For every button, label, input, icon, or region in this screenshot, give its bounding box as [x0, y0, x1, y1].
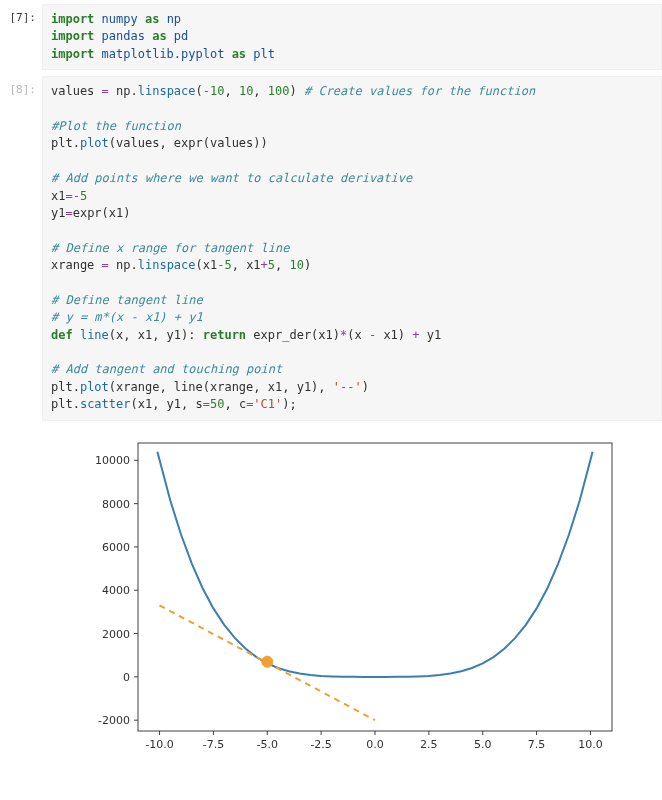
code-token: (x1 [196, 258, 218, 272]
x-tick-label: -10.0 [145, 738, 173, 751]
code-token: plt [51, 136, 73, 150]
code-token: # Define tangent line [51, 293, 203, 307]
code-token: '--' [333, 380, 362, 394]
code-token: # Create values for the function [304, 84, 535, 98]
code-token: # y = m*(x - x1) + y1 [51, 310, 203, 324]
code-token: plt [51, 380, 73, 394]
code-token: , c [224, 397, 246, 411]
code-token: + [261, 258, 268, 272]
cell-7-prompt: [7]: [0, 4, 42, 70]
code-token: = [102, 258, 109, 272]
code-token: (x [347, 328, 369, 342]
code-token: , x1 [232, 258, 261, 272]
code-cell-8: [8]: values = np.linspace(-10, 10, 100) … [0, 76, 662, 420]
cell-7-code[interactable]: import numpy as np import pandas as pd i… [42, 4, 662, 70]
code-token: 10 [210, 84, 224, 98]
code-token: np [167, 12, 181, 26]
code-token: (x1, y1, s [131, 397, 203, 411]
code-token: , [224, 84, 238, 98]
code-token: + [412, 328, 419, 342]
code-token: 10 [290, 258, 304, 272]
code-token: # Add tangent and touching point [51, 362, 282, 376]
code-token: def [51, 328, 80, 342]
code-token: np [109, 84, 131, 98]
code-token: expr_der(x1) [253, 328, 340, 342]
code-token: plt [253, 47, 275, 61]
x-tick-label: -2.5 [310, 738, 331, 751]
code-token: (xrange, line(xrange, x1, y1), [109, 380, 333, 394]
code-token: = [203, 397, 210, 411]
code-token: . [73, 136, 80, 150]
code-token: 5 [224, 258, 231, 272]
code-token: x1) [376, 328, 412, 342]
code-token: pandas [102, 29, 145, 43]
code-token: , [253, 84, 267, 98]
cell-8-code[interactable]: values = np.linspace(-10, 10, 100) # Cre… [42, 76, 662, 420]
code-token [138, 12, 145, 26]
code-token: # Add points where we want to calculate … [51, 171, 412, 185]
cell-8-prompt: [8]: [0, 76, 42, 420]
code-token: scatter [80, 397, 131, 411]
code-token: ); [282, 397, 296, 411]
code-token: - [73, 189, 80, 203]
code-token: plot [80, 136, 109, 150]
code-token: # Define x range for tangent line [51, 241, 289, 255]
code-token: = [102, 84, 109, 98]
code-token: matplotlib.pyplot [102, 47, 225, 61]
code-token: ( [196, 84, 203, 98]
code-token: y1 [51, 206, 65, 220]
y-tick-label: 6000 [102, 541, 130, 554]
code-token: = [65, 189, 72, 203]
y-tick-label: 2000 [102, 627, 130, 640]
plot-frame [138, 443, 612, 731]
x-tick-label: 0.0 [366, 738, 384, 751]
code-token: return [203, 328, 254, 342]
code-token: , [275, 258, 289, 272]
code-token [224, 47, 231, 61]
code-token: (x, x1, y1): [109, 328, 203, 342]
cell-8-output: -10.0-7.5-5.0-2.50.02.55.07.510.0-200002… [0, 427, 662, 781]
x-tick-label: -7.5 [203, 738, 224, 751]
code-token: expr(x1) [73, 206, 131, 220]
code-token: as [152, 29, 174, 43]
code-token: 100 [268, 84, 290, 98]
code-token: import [51, 29, 102, 43]
x-tick-label: 10.0 [578, 738, 603, 751]
code-token: y1 [420, 328, 442, 342]
code-token: 10 [239, 84, 253, 98]
code-token: 5 [268, 258, 275, 272]
code-token: xrange [51, 258, 102, 272]
code-token: plot [80, 380, 109, 394]
x-tick-label: 7.5 [528, 738, 546, 751]
code-token: numpy [102, 12, 138, 26]
code-token: pd [174, 29, 188, 43]
code-token: linspace [138, 258, 196, 272]
x-tick-label: 5.0 [474, 738, 492, 751]
output-chart: -10.0-7.5-5.0-2.50.02.55.07.510.0-200002… [72, 431, 632, 761]
y-tick-label: -2000 [98, 714, 130, 727]
y-tick-label: 10000 [95, 454, 130, 467]
code-token: values [51, 84, 102, 98]
code-token: ) [304, 258, 311, 272]
code-token: ) [362, 380, 369, 394]
code-token: . [73, 397, 80, 411]
code-token: x1 [51, 189, 65, 203]
code-token: . [131, 258, 138, 272]
code-token: - [203, 84, 210, 98]
code-token: (values, expr(values)) [109, 136, 268, 150]
code-token: 5 [80, 189, 87, 203]
code-token: ) [290, 84, 304, 98]
y-tick-label: 4000 [102, 584, 130, 597]
code-token: linspace [138, 84, 196, 98]
code-token: as [145, 12, 167, 26]
code-token: 50 [210, 397, 224, 411]
code-token: import [51, 12, 102, 26]
code-token: #Plot the function [51, 119, 181, 133]
code-token: as [232, 47, 254, 61]
code-token: line [80, 328, 109, 342]
code-token: . [131, 84, 138, 98]
code-cell-7: [7]: import numpy as np import pandas as… [0, 4, 662, 70]
code-token: plt [51, 397, 73, 411]
x-tick-label: -5.0 [257, 738, 278, 751]
function-curve [157, 451, 592, 676]
